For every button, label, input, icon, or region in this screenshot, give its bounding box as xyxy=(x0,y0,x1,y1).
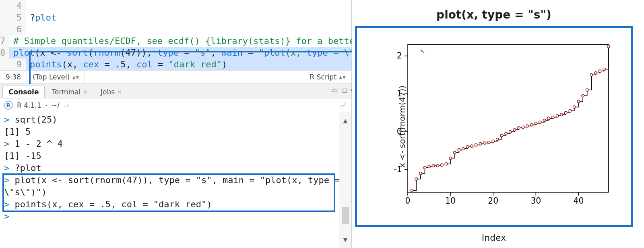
svg-point-32 xyxy=(466,146,469,148)
svg-point-53 xyxy=(556,115,559,117)
scope-selector[interactable]: (Top Level)▲▼ xyxy=(27,71,85,83)
gutter-line-number: 8 xyxy=(0,47,9,58)
plot-xlabel: Index xyxy=(355,233,633,243)
svg-point-65 xyxy=(607,45,610,48)
svg-point-33 xyxy=(471,145,473,148)
r-logo-icon: R xyxy=(4,101,13,110)
maximize-pane-icon[interactable]: ◻ xyxy=(342,86,347,94)
svg-point-26 xyxy=(441,164,444,167)
svg-point-58 xyxy=(577,100,580,103)
svg-text:40: 40 xyxy=(574,196,584,206)
svg-point-59 xyxy=(582,94,584,97)
svg-point-25 xyxy=(436,165,439,167)
editor-line[interactable]: 5?plot xyxy=(0,12,351,23)
left-column: 45?plot67# Simple quantiles/ECDF, see ec… xyxy=(0,0,352,248)
plot-pane: plot(x, type = "s") x <- sort(rnorm(47))… xyxy=(352,0,644,248)
app-root: 45?plot67# Simple quantiles/ECDF, see ec… xyxy=(0,0,644,248)
console-output[interactable]: > sqrt(25) [1] 5 > 1 - 2 ^ 4 [1] -15 > ?… xyxy=(0,112,351,248)
svg-point-22 xyxy=(423,167,426,169)
gutter-line-number: 5 xyxy=(0,12,26,23)
svg-point-19 xyxy=(411,189,413,192)
svg-point-41 xyxy=(505,132,508,135)
svg-point-43 xyxy=(513,129,516,131)
tab-terminal[interactable]: Terminal✕ xyxy=(45,85,94,98)
svg-text:2: 2 xyxy=(397,51,402,60)
svg-point-54 xyxy=(560,113,563,116)
filetype-selector[interactable]: R Script▲▼ xyxy=(304,71,351,83)
plot-ylabel: x <- sort(rnorm(47)) xyxy=(397,85,407,168)
close-tab-icon[interactable]: ✕ xyxy=(83,89,88,95)
gutter-line-number: 6 xyxy=(0,23,26,35)
editor-line[interactable]: 4 xyxy=(0,0,351,12)
plot-canvas: 010203040-1012↖ xyxy=(385,40,615,213)
source-editor[interactable]: 45?plot67# Simple quantiles/ECDF, see ec… xyxy=(0,0,351,70)
svg-text:0: 0 xyxy=(405,196,411,206)
svg-point-36 xyxy=(483,142,486,144)
svg-point-23 xyxy=(428,165,431,168)
svg-point-56 xyxy=(569,110,572,113)
pane-window-controls[interactable]: ▭ ◻ xyxy=(332,86,347,94)
editor-line[interactable]: 8plot(x <- sort(rnorm(47)), type = "s", … xyxy=(0,47,351,58)
svg-text:20: 20 xyxy=(488,196,498,206)
plot-title: plot(x, type = "s") xyxy=(355,8,633,21)
tab-jobs[interactable]: Jobs✕ xyxy=(95,85,128,98)
svg-point-31 xyxy=(462,148,465,150)
minimize-pane-icon[interactable]: ▭ xyxy=(332,86,338,94)
svg-point-29 xyxy=(453,151,456,154)
scroll-up-icon[interactable]: ▲ xyxy=(343,115,348,127)
svg-point-64 xyxy=(603,68,606,71)
open-dir-icon[interactable]: ⇨ xyxy=(64,101,69,109)
code-cell[interactable] xyxy=(26,0,351,12)
gutter-line-number: 7 xyxy=(0,35,9,47)
svg-point-24 xyxy=(432,165,435,167)
gutter-line-number: 9 xyxy=(0,58,26,70)
console-scrollbar[interactable]: ▲ ▼ xyxy=(339,112,351,248)
svg-point-44 xyxy=(518,127,520,129)
svg-point-47 xyxy=(530,123,533,126)
gutter-line-number: 4 xyxy=(0,0,26,12)
svg-point-62 xyxy=(594,72,597,75)
code-cell[interactable]: # Simple quantiles/ECDF, see ecdf() {lib… xyxy=(9,35,386,47)
code-cell[interactable]: ?plot xyxy=(26,12,351,23)
svg-point-42 xyxy=(509,130,512,133)
editor-line[interactable]: 9points(x, cex = .5, col = "dark red") xyxy=(0,58,351,70)
svg-point-63 xyxy=(599,70,601,73)
svg-point-20 xyxy=(415,178,418,181)
svg-point-50 xyxy=(543,119,546,122)
close-tab-icon[interactable]: ✕ xyxy=(117,89,122,95)
console-header: R R 4.1.1 · ~/ ⇨ xyxy=(0,98,351,112)
svg-point-21 xyxy=(419,172,422,175)
svg-rect-0 xyxy=(408,44,609,192)
svg-point-40 xyxy=(500,134,503,137)
code-cell[interactable]: plot(x <- sort(rnorm(47)), type = "s", m… xyxy=(9,47,386,58)
svg-point-39 xyxy=(496,138,499,141)
svg-point-57 xyxy=(573,106,576,108)
svg-point-37 xyxy=(487,141,490,144)
svg-point-55 xyxy=(564,111,567,114)
svg-point-61 xyxy=(590,73,593,76)
editor-status-bar: 9:38 (Top Level)▲▼ R Script▲▼ xyxy=(0,70,351,84)
svg-point-38 xyxy=(492,140,495,143)
scroll-down-icon[interactable]: ▼ xyxy=(343,233,348,246)
svg-point-27 xyxy=(445,163,448,165)
clear-console-icon[interactable] xyxy=(339,100,347,110)
svg-point-49 xyxy=(539,121,542,124)
svg-point-35 xyxy=(479,142,482,145)
svg-point-60 xyxy=(586,89,588,92)
code-cell[interactable]: points(x, cex = .5, col = "dark red") xyxy=(26,58,351,70)
code-cell[interactable] xyxy=(26,23,351,35)
editor-line[interactable]: 6 xyxy=(0,23,351,35)
svg-point-52 xyxy=(552,116,555,119)
console-text: > sqrt(25) [1] 5 > 1 - 2 ^ 4 [1] -15 > ?… xyxy=(4,114,347,223)
r-version-label: R 4.1.1 xyxy=(17,101,41,109)
svg-point-51 xyxy=(547,117,550,120)
svg-point-28 xyxy=(449,157,452,160)
tab-console[interactable]: Console xyxy=(2,85,45,98)
scrollbar-thumb[interactable] xyxy=(342,207,349,224)
plot-frame: x <- sort(rnorm(47)) 010203040-1012↖ xyxy=(355,26,633,227)
svg-point-45 xyxy=(522,126,524,129)
svg-point-46 xyxy=(526,125,529,127)
editor-line[interactable]: 7# Simple quantiles/ECDF, see ecdf() {li… xyxy=(0,35,351,47)
svg-point-48 xyxy=(535,122,537,125)
working-dir[interactable]: ~/ xyxy=(52,101,60,109)
